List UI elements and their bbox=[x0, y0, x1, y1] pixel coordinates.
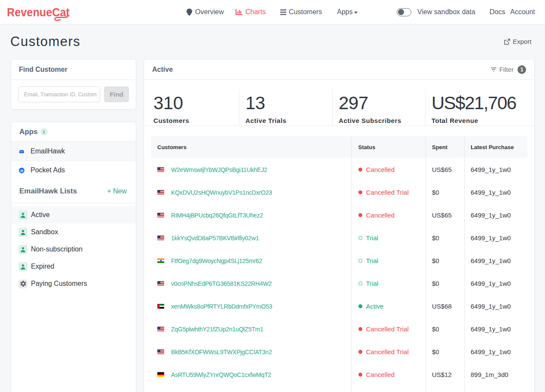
svg-text:RevenueCat: RevenueCat bbox=[7, 6, 70, 19]
